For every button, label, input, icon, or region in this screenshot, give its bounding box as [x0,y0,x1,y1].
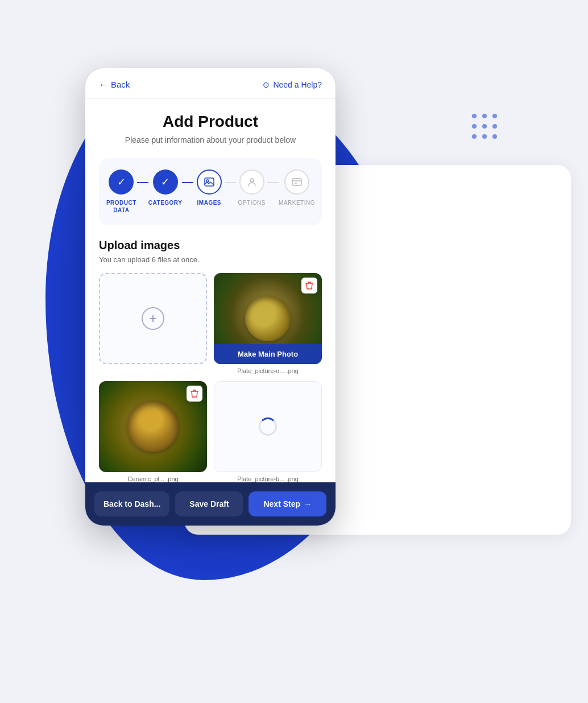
help-label: Need a Help? [273,80,322,89]
step-options: OPTIONS [236,169,267,206]
make-main-photo-button-1[interactable]: Make Main Photo [214,344,322,364]
phone-header: ← Back ⊙ Need a Help? [85,68,336,99]
upload-section-subtitle: You can upload 6 files at once. [99,255,322,264]
help-button[interactable]: ⊙ Need a Help? [263,80,322,89]
filename-loading: Plate_picture-b... .png [214,475,322,482]
upload-slot-empty-cell: + [99,273,207,374]
page-subtitle: Please put information about your produc… [99,135,322,144]
back-label: Back [111,80,130,89]
add-icon: + [142,307,164,330]
upload-slot-empty[interactable]: + [99,273,207,364]
image-slot-plate-1: Make Main Photo [214,273,322,364]
image-slot-loading [214,381,322,472]
image-grid: + Make Main Photo Plate_picture-o.. [99,273,322,482]
connector-3 [225,182,236,183]
step-circle-category: ✓ [153,169,178,195]
phone-body: Add Product Please put information about… [85,99,336,482]
step-images: IMAGES [193,169,225,206]
help-circle-icon: ⊙ [263,80,270,89]
next-step-button[interactable]: Next Step → [249,491,326,516]
phone-container: ← Back ⊙ Need a Help? Add Product Please… [85,68,336,526]
step-product-data: ✓ PRODUCTDATA [106,169,137,214]
svg-rect-0 [205,178,214,186]
step-circle-product-data: ✓ [109,169,134,195]
delete-button-1[interactable] [301,278,317,293]
stepper: ✓ PRODUCTDATA ✓ CATEGORY IMAG [99,158,322,225]
connector-1 [137,182,148,183]
step-circle-images [197,169,222,195]
upload-section-title: Upload images [99,239,322,252]
loading-spinner [259,417,277,436]
save-draft-button[interactable]: Save Draft [175,491,243,516]
next-step-label: Next Step [263,499,300,508]
step-label-options: OPTIONS [238,199,266,206]
step-marketing: MARKETING [279,169,315,206]
filename-plate-2: Ceramic_pl... .png [99,475,207,482]
svg-rect-3 [292,179,301,185]
image-slot-plate-2 [99,381,207,472]
back-arrow-icon: ← [99,80,107,89]
step-category: ✓ CATEGORY [148,169,183,206]
connector-2 [182,182,193,183]
image-cell-plate-2: Ceramic_pl... .png [99,381,207,482]
image-cell-loading: Plate_picture-b... .png [214,381,322,482]
back-button[interactable]: ← Back [99,80,130,89]
back-to-dashboard-button[interactable]: Back to Dash... [94,491,169,516]
step-label-category: CATEGORY [148,199,183,206]
delete-button-2[interactable] [187,386,202,402]
step-label-marketing: MARKETING [279,199,315,206]
dots-top-right [472,114,497,139]
step-label-images: IMAGES [197,199,221,206]
connector-4 [267,182,279,183]
filename-plate-1: Plate_picture-o... .png [214,367,322,374]
step-label-product-data: PRODUCTDATA [106,199,136,214]
step-circle-options [239,169,264,195]
page-title: Add Product [99,113,322,131]
image-cell-plate-1: Make Main Photo Plate_picture-o... .png [214,273,322,374]
next-step-arrow-icon: → [304,499,312,508]
step-circle-marketing [284,169,309,195]
svg-point-2 [250,179,254,182]
bottom-bar: Back to Dash... Save Draft Next Step → [85,482,336,526]
